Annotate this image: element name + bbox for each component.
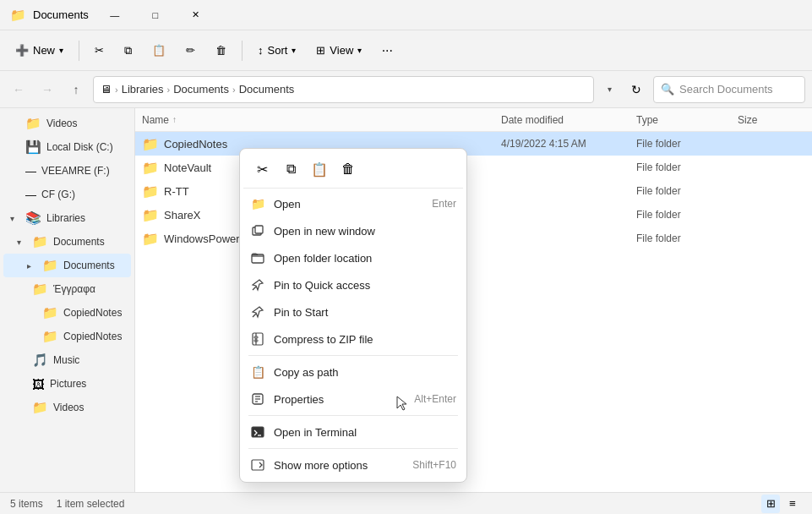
ctx-delete-button[interactable]: 🗑 (335, 156, 362, 183)
address-path[interactable]: 🖥 › Libraries › Documents › Documents (93, 76, 594, 103)
pin-start-icon (250, 304, 265, 320)
details-view-button[interactable]: ⊞ (761, 495, 780, 513)
minimize-button[interactable]: — (95, 2, 134, 29)
folder-icon: 📁 (142, 183, 159, 200)
folder-location-icon (250, 250, 265, 265)
file-header: Name ↑ Date modified Type Size (135, 108, 812, 132)
sidebar-item-pictures[interactable]: 🖼 Pictures (3, 372, 131, 396)
ctx-open[interactable]: 📁 Open Enter (243, 190, 463, 217)
ctx-cut-button[interactable]: ✂ (248, 156, 275, 183)
compress-icon (250, 331, 265, 347)
ctx-open-terminal[interactable]: Open in Terminal (243, 418, 463, 446)
col-type-header[interactable]: Type (636, 114, 738, 126)
sidebar-item-local-disk[interactable]: 💾 Local Disk (C:) (3, 135, 131, 159)
path-libraries: Libraries (122, 83, 164, 96)
sort-button[interactable]: ↕ Sort ▾ (249, 36, 304, 66)
delete-icon: 🗑 (341, 161, 355, 177)
file-row-r-tt[interactable]: 📁 R-TT File folder (135, 179, 812, 203)
sidebar-item-copiednotes-1[interactable]: 📁 CopiedNotes (3, 301, 131, 325)
title-bar: 📁 Documents — □ ✕ (0, 0, 812, 30)
sidebar-item-videos-top[interactable]: 📁 Videos (3, 112, 131, 135)
rename-button[interactable]: ✏ (177, 36, 204, 66)
sort-icon: ↕ (258, 44, 264, 57)
search-icon: 🔍 (661, 83, 674, 96)
sidebar-item-music[interactable]: 🎵 Music (3, 348, 131, 372)
ctx-copy-as-path[interactable]: 📋 Copy as path (243, 358, 463, 386)
expand-arrow: ▾ (10, 214, 20, 223)
col-date-header[interactable]: Date modified (501, 114, 636, 126)
ctx-show-more[interactable]: Show more options Shift+F10 (243, 451, 463, 478)
libraries-icon: 📚 (25, 211, 41, 226)
title-bar-controls: — □ ✕ (95, 2, 215, 29)
ctx-copy-button[interactable]: ⧉ (277, 156, 304, 183)
selected-count: 1 item selected (57, 498, 125, 510)
path-sep-3: › (232, 85, 236, 95)
ctx-pin-start[interactable]: Pin to Start (243, 298, 463, 325)
disk-icon: 💾 (25, 139, 41, 155)
ctx-open-folder-location[interactable]: Open folder location (243, 244, 463, 271)
new-chevron-icon: ▾ (59, 46, 63, 55)
delete-button[interactable]: 🗑 (207, 36, 235, 66)
delete-icon: 🗑 (215, 44, 226, 57)
sidebar-item-documents[interactable]: ▾ 📁 Documents (3, 230, 131, 254)
col-size-header[interactable]: Size (738, 114, 805, 126)
refresh-icon: ↻ (631, 83, 641, 96)
address-dropdown-button[interactable]: ▾ (599, 78, 619, 101)
sidebar-item-εγγραφα[interactable]: 📁 Έγγραφα (3, 277, 131, 301)
close-button[interactable]: ✕ (177, 2, 215, 29)
refresh-button[interactable]: ↻ (624, 78, 648, 101)
view-button[interactable]: ⊞ View ▾ (308, 36, 370, 66)
folder-icon: 📁 (42, 258, 58, 273)
folder-icon: 📁 (142, 207, 159, 223)
sidebar-item-documents-sub[interactable]: ▸ 📁 Documents (3, 254, 131, 277)
view-icon: ⊞ (316, 44, 325, 57)
search-box[interactable]: 🔍 Search Documents (653, 76, 805, 103)
ctx-pin-quick-access[interactable]: Pin to Quick access (243, 271, 463, 298)
sidebar: 📁 Videos 💾 Local Disk (C:) — VEEAMRE (F:… (0, 108, 135, 492)
item-count: 5 items (10, 498, 43, 510)
sidebar-item-videos-lib[interactable]: 📁 Videos (3, 396, 131, 419)
toolbar-separator-1 (79, 41, 79, 61)
copy-button[interactable]: ⧉ (116, 36, 140, 66)
cut-button[interactable]: ✂ (86, 36, 112, 66)
paste-icon: 📋 (311, 161, 328, 178)
svg-line-3 (253, 287, 256, 290)
file-row-windowspowers[interactable]: 📁 WindowsPowerS... File folder (135, 227, 812, 250)
file-row-copiednotes[interactable]: 📁 CopiedNotes 4/19/2022 4:15 AM File fol… (135, 132, 812, 156)
up-button[interactable]: ↑ (64, 78, 88, 101)
ctx-compress-zip[interactable]: Compress to ZIP file (243, 325, 463, 353)
ctx-paste-button[interactable]: 📋 (306, 156, 333, 183)
rename-icon: ✏ (186, 44, 195, 57)
toolbar: ➕ New ▾ ✂ ⧉ 📋 ✏ 🗑 ↕ Sort ▾ ⊞ View ▾ ··· (0, 30, 812, 71)
folder-icon: 📁 (32, 234, 48, 249)
path-icon: 🖥 (101, 83, 112, 96)
file-row-sharex[interactable]: 📁 ShareX File folder (135, 203, 812, 227)
sidebar-item-copiednotes-2[interactable]: 📁 CopiedNotes (3, 325, 131, 348)
sidebar-item-veeamre[interactable]: — VEEAMRE (F:) (3, 159, 131, 183)
forward-button[interactable]: → (35, 78, 59, 101)
context-menu-toolbar: ✂ ⧉ 📋 🗑 (243, 152, 463, 189)
folder-icon: 📁 (25, 116, 41, 131)
ctx-properties[interactable]: Properties Alt+Enter (243, 386, 463, 413)
list-view-button[interactable]: ≡ (783, 495, 802, 513)
col-name-header[interactable]: Name ↑ (142, 114, 501, 126)
svg-rect-5 (253, 333, 263, 345)
list-view-icon: ≡ (789, 497, 796, 510)
sidebar-item-libraries[interactable]: ▾ 📚 Libraries (3, 206, 131, 230)
new-button[interactable]: ➕ New ▾ (7, 36, 72, 66)
file-row-notevault[interactable]: 📁 NoteVault File folder (135, 156, 812, 179)
back-button[interactable]: ← (7, 78, 30, 101)
paste-button[interactable]: 📋 (144, 36, 174, 66)
folder-icon: 📁 (142, 231, 159, 247)
ctx-separator-3 (248, 448, 458, 449)
more-options-button[interactable]: ··· (373, 37, 401, 64)
copy-icon: ⧉ (124, 44, 132, 57)
status-bar: 5 items 1 item selected ⊞ ≡ (0, 492, 812, 514)
sidebar-item-cf-g[interactable]: — CF (G:) (3, 183, 131, 206)
view-chevron-icon: ▾ (357, 46, 362, 55)
details-view-icon: ⊞ (766, 497, 776, 510)
maximize-button[interactable]: □ (136, 2, 175, 29)
search-placeholder: Search Documents (679, 83, 773, 96)
disk-icon: — (25, 189, 36, 201)
ctx-open-new-window[interactable]: Open in new window (243, 217, 463, 244)
